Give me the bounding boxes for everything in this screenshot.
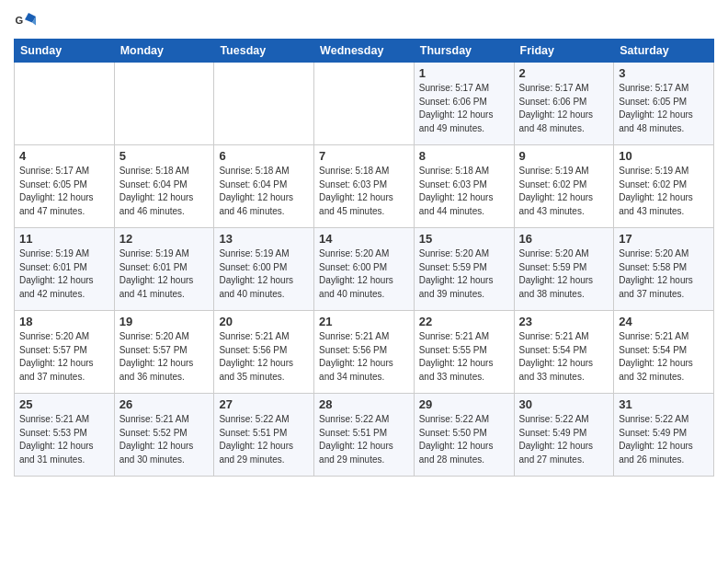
day-info: Sunrise: 5:19 AM Sunset: 6:02 PM Dayligh…: [519, 165, 609, 218]
day-info: Sunrise: 5:22 AM Sunset: 5:51 PM Dayligh…: [319, 413, 409, 466]
calendar-day-cell: 1Sunrise: 5:17 AM Sunset: 6:06 PM Daylig…: [414, 63, 514, 145]
days-header-row: SundayMondayTuesdayWednesdayThursdayFrid…: [15, 40, 714, 63]
day-number: 5: [119, 149, 210, 163]
day-number: 6: [219, 149, 309, 163]
day-info: Sunrise: 5:18 AM Sunset: 6:04 PM Dayligh…: [219, 165, 309, 218]
svg-text:G: G: [16, 15, 24, 26]
day-number: 30: [519, 397, 609, 411]
calendar-day-cell: [314, 63, 415, 145]
calendar-day-cell: 29Sunrise: 5:22 AM Sunset: 5:50 PM Dayli…: [414, 394, 514, 477]
day-info: Sunrise: 5:20 AM Sunset: 5:59 PM Dayligh…: [519, 247, 609, 301]
day-of-week-header: Tuesday: [214, 40, 314, 63]
day-number: 8: [419, 149, 509, 163]
calendar-day-cell: 16Sunrise: 5:20 AM Sunset: 5:59 PM Dayli…: [514, 228, 614, 311]
calendar-day-cell: 4Sunrise: 5:17 AM Sunset: 6:05 PM Daylig…: [15, 145, 115, 228]
day-info: Sunrise: 5:17 AM Sunset: 6:05 PM Dayligh…: [19, 165, 109, 218]
calendar-day-cell: [15, 63, 115, 145]
day-info: Sunrise: 5:21 AM Sunset: 5:56 PM Dayligh…: [319, 330, 409, 384]
day-info: Sunrise: 5:20 AM Sunset: 6:00 PM Dayligh…: [319, 247, 409, 301]
day-info: Sunrise: 5:21 AM Sunset: 5:54 PM Dayligh…: [519, 330, 609, 384]
day-number: 16: [519, 232, 609, 246]
calendar-day-cell: 25Sunrise: 5:21 AM Sunset: 5:53 PM Dayli…: [15, 394, 115, 477]
calendar-day-cell: 7Sunrise: 5:18 AM Sunset: 6:03 PM Daylig…: [314, 145, 415, 228]
day-info: Sunrise: 5:19 AM Sunset: 6:02 PM Dayligh…: [619, 165, 709, 218]
day-info: Sunrise: 5:19 AM Sunset: 6:01 PM Dayligh…: [119, 247, 210, 301]
day-info: Sunrise: 5:17 AM Sunset: 6:06 PM Dayligh…: [519, 82, 609, 135]
day-info: Sunrise: 5:22 AM Sunset: 5:49 PM Dayligh…: [619, 413, 709, 466]
calendar-week-row: 18Sunrise: 5:20 AM Sunset: 5:57 PM Dayli…: [15, 311, 714, 394]
day-number: 3: [619, 66, 709, 80]
day-info: Sunrise: 5:21 AM Sunset: 5:53 PM Dayligh…: [19, 413, 109, 466]
day-number: 24: [619, 315, 709, 328]
calendar-day-cell: 22Sunrise: 5:21 AM Sunset: 5:55 PM Dayli…: [414, 311, 514, 394]
calendar-week-row: 11Sunrise: 5:19 AM Sunset: 6:01 PM Dayli…: [15, 228, 714, 311]
calendar-day-cell: [214, 63, 314, 145]
calendar-day-cell: 6Sunrise: 5:18 AM Sunset: 6:04 PM Daylig…: [214, 145, 314, 228]
day-info: Sunrise: 5:18 AM Sunset: 6:04 PM Dayligh…: [119, 165, 210, 218]
calendar-day-cell: 10Sunrise: 5:19 AM Sunset: 6:02 PM Dayli…: [614, 145, 714, 228]
day-number: 27: [219, 397, 309, 411]
day-number: 12: [119, 232, 210, 246]
calendar-week-row: 25Sunrise: 5:21 AM Sunset: 5:53 PM Dayli…: [15, 394, 714, 477]
calendar-day-cell: 3Sunrise: 5:17 AM Sunset: 6:05 PM Daylig…: [614, 63, 714, 145]
day-of-week-header: Sunday: [15, 40, 115, 63]
day-number: 11: [19, 232, 109, 246]
day-number: 21: [319, 315, 409, 328]
day-info: Sunrise: 5:21 AM Sunset: 5:55 PM Dayligh…: [419, 330, 509, 384]
day-number: 4: [19, 149, 109, 163]
calendar-day-cell: 24Sunrise: 5:21 AM Sunset: 5:54 PM Dayli…: [614, 311, 714, 394]
calendar-day-cell: 14Sunrise: 5:20 AM Sunset: 6:00 PM Dayli…: [314, 228, 415, 311]
day-info: Sunrise: 5:21 AM Sunset: 5:52 PM Dayligh…: [119, 413, 210, 466]
calendar-day-cell: 8Sunrise: 5:18 AM Sunset: 6:03 PM Daylig…: [414, 145, 514, 228]
day-number: 2: [519, 66, 609, 80]
day-number: 17: [619, 232, 709, 246]
day-number: 29: [419, 397, 509, 411]
day-number: 18: [19, 315, 109, 328]
day-info: Sunrise: 5:22 AM Sunset: 5:50 PM Dayligh…: [419, 413, 509, 466]
day-info: Sunrise: 5:17 AM Sunset: 6:06 PM Dayligh…: [419, 82, 509, 135]
calendar-day-cell: 12Sunrise: 5:19 AM Sunset: 6:01 PM Dayli…: [114, 228, 214, 311]
day-number: 13: [219, 232, 309, 246]
calendar-day-cell: 27Sunrise: 5:22 AM Sunset: 5:51 PM Dayli…: [214, 394, 314, 477]
day-number: 25: [19, 397, 109, 411]
calendar-day-cell: 15Sunrise: 5:20 AM Sunset: 5:59 PM Dayli…: [414, 228, 514, 311]
day-number: 15: [419, 232, 509, 246]
day-number: 19: [119, 315, 210, 328]
day-number: 7: [319, 149, 409, 163]
calendar-day-cell: 17Sunrise: 5:20 AM Sunset: 5:58 PM Dayli…: [614, 228, 714, 311]
calendar-day-cell: 11Sunrise: 5:19 AM Sunset: 6:01 PM Dayli…: [15, 228, 115, 311]
day-info: Sunrise: 5:20 AM Sunset: 5:57 PM Dayligh…: [19, 330, 109, 384]
calendar-day-cell: 9Sunrise: 5:19 AM Sunset: 6:02 PM Daylig…: [514, 145, 614, 228]
day-info: Sunrise: 5:20 AM Sunset: 5:59 PM Dayligh…: [419, 247, 509, 301]
day-of-week-header: Monday: [114, 40, 214, 63]
day-info: Sunrise: 5:21 AM Sunset: 5:56 PM Dayligh…: [219, 330, 309, 384]
day-info: Sunrise: 5:20 AM Sunset: 5:57 PM Dayligh…: [119, 330, 210, 384]
day-number: 14: [319, 232, 409, 246]
day-number: 20: [219, 315, 309, 328]
day-info: Sunrise: 5:17 AM Sunset: 6:05 PM Dayligh…: [619, 82, 709, 135]
day-info: Sunrise: 5:18 AM Sunset: 6:03 PM Dayligh…: [319, 165, 409, 218]
day-info: Sunrise: 5:22 AM Sunset: 5:51 PM Dayligh…: [219, 413, 309, 466]
day-info: Sunrise: 5:19 AM Sunset: 6:01 PM Dayligh…: [19, 247, 109, 301]
calendar-day-cell: [114, 63, 214, 145]
calendar-day-cell: 19Sunrise: 5:20 AM Sunset: 5:57 PM Dayli…: [114, 311, 214, 394]
day-of-week-header: Saturday: [614, 40, 714, 63]
day-info: Sunrise: 5:21 AM Sunset: 5:54 PM Dayligh…: [619, 330, 709, 384]
day-info: Sunrise: 5:22 AM Sunset: 5:49 PM Dayligh…: [519, 413, 609, 466]
calendar-week-row: 1Sunrise: 5:17 AM Sunset: 6:06 PM Daylig…: [15, 63, 714, 145]
calendar-day-cell: 13Sunrise: 5:19 AM Sunset: 6:00 PM Dayli…: [214, 228, 314, 311]
calendar-day-cell: 18Sunrise: 5:20 AM Sunset: 5:57 PM Dayli…: [15, 311, 115, 394]
day-number: 31: [619, 397, 709, 411]
calendar-day-cell: 5Sunrise: 5:18 AM Sunset: 6:04 PM Daylig…: [114, 145, 214, 228]
logo-icon: G: [14, 9, 36, 31]
day-of-week-header: Wednesday: [314, 40, 415, 63]
calendar-day-cell: 26Sunrise: 5:21 AM Sunset: 5:52 PM Dayli…: [114, 394, 214, 477]
day-number: 26: [119, 397, 210, 411]
day-number: 9: [519, 149, 609, 163]
day-of-week-header: Thursday: [414, 40, 514, 63]
calendar-day-cell: 20Sunrise: 5:21 AM Sunset: 5:56 PM Dayli…: [214, 311, 314, 394]
calendar-week-row: 4Sunrise: 5:17 AM Sunset: 6:05 PM Daylig…: [15, 145, 714, 228]
day-number: 1: [419, 66, 509, 80]
logo: G: [14, 9, 38, 31]
day-info: Sunrise: 5:18 AM Sunset: 6:03 PM Dayligh…: [419, 165, 509, 218]
